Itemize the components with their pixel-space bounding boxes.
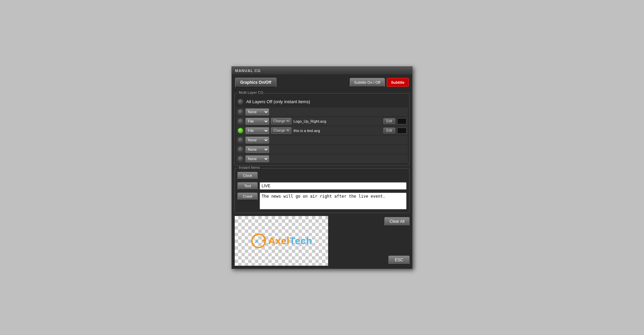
layer-select-1[interactable]: None File — [246, 109, 269, 115]
instant-items-label: Instant Items — [237, 165, 261, 170]
layer-row-1: None File — [236, 108, 408, 116]
logo-axel: Axel — [268, 235, 289, 246]
mini-screen-3 — [397, 128, 407, 134]
title-bar: MANUAL CG — [232, 67, 412, 75]
svg-text:A: A — [255, 239, 259, 244]
bottom-section: A AxelTech Clear All ESC — [234, 216, 410, 266]
all-layers-row: All Layers Off (only instant items) — [236, 97, 408, 107]
layer-row-3: None File Change this is a test.acg Edit — [236, 126, 408, 135]
layer-row-5: None File — [236, 145, 408, 154]
clear-all-button[interactable]: Clear All — [384, 217, 410, 226]
change-arrow-icon-3 — [286, 128, 289, 133]
layer-indicator-4 — [237, 137, 244, 143]
edit-button-3[interactable]: Edit — [383, 128, 395, 133]
layer-indicator-all — [237, 99, 244, 105]
right-buttons: Clear All ESC — [331, 216, 410, 266]
axeltech-logo: A AxelTech — [251, 233, 312, 249]
crawl-button[interactable]: Crawl — [237, 193, 258, 200]
layer-indicator-6 — [237, 156, 244, 162]
logo-text: AxelTech — [268, 235, 312, 247]
layer-select-3[interactable]: None File — [246, 127, 269, 134]
text-button[interactable]: Text — [237, 182, 258, 190]
subtitle-on-off-button[interactable]: Subtitle On / Off — [350, 78, 385, 87]
layer-row-2: None File Change Logo_Up_Right.acg Edit — [236, 117, 408, 126]
subtitle-red-button[interactable]: Subtitle — [387, 78, 409, 87]
multi-layer-label: Multi Layer CG — [237, 90, 265, 94]
text-input[interactable] — [260, 182, 407, 190]
layer-select-6[interactable]: None File — [246, 155, 269, 162]
clock-button[interactable]: Clock — [237, 172, 258, 180]
layer-select-4[interactable]: None File — [246, 137, 269, 143]
esc-button[interactable]: ESC — [388, 256, 410, 265]
file-name-3: this is a test.acg — [293, 129, 381, 133]
file-name-2: Logo_Up_Right.acg — [293, 119, 381, 123]
layer-row-6: None File — [236, 154, 408, 163]
layer-select-2[interactable]: None File — [246, 118, 269, 125]
crawl-textarea[interactable]: The news will go on air right after the … — [260, 193, 407, 209]
subtitle-group: Subtitle On / Off Subtitle — [350, 78, 409, 87]
instant-items-section: Instant Items Clock Text Crawl The news … — [234, 168, 410, 213]
logo-tech: Tech — [289, 235, 312, 246]
window-title: MANUAL CG — [235, 69, 261, 73]
mini-screen-2 — [397, 118, 407, 124]
logo-area: A AxelTech — [234, 216, 328, 266]
axeltech-icon: A — [251, 233, 267, 249]
layer-indicator-5 — [237, 146, 244, 152]
multi-layer-section: Multi Layer CG All Layers Off (only inst… — [234, 93, 410, 165]
layer-indicator-2 — [237, 118, 244, 124]
toolbar: Graphics On/Off Subtitle On / Off Subtit… — [232, 75, 412, 90]
text-row: Text — [236, 182, 408, 191]
layer-indicator-3 — [237, 128, 244, 134]
change-button-2[interactable]: Change — [271, 118, 291, 124]
clock-row: Clock — [236, 171, 408, 180]
edit-button-2[interactable]: Edit — [383, 118, 395, 124]
graphics-on-off-button[interactable]: Graphics On/Off — [235, 78, 276, 87]
layer-indicator-1 — [237, 109, 244, 115]
crawl-row: Crawl The news will go on air right afte… — [236, 192, 408, 210]
change-arrow-icon-2 — [286, 119, 289, 123]
change-button-3[interactable]: Change — [271, 127, 291, 134]
all-layers-text: All Layers Off (only instant items) — [246, 99, 310, 104]
layer-row-4: None File — [236, 136, 408, 144]
layer-select-5[interactable]: None File — [246, 146, 269, 153]
main-window: MANUAL CG Graphics On/Off Subtitle On / … — [231, 66, 413, 269]
